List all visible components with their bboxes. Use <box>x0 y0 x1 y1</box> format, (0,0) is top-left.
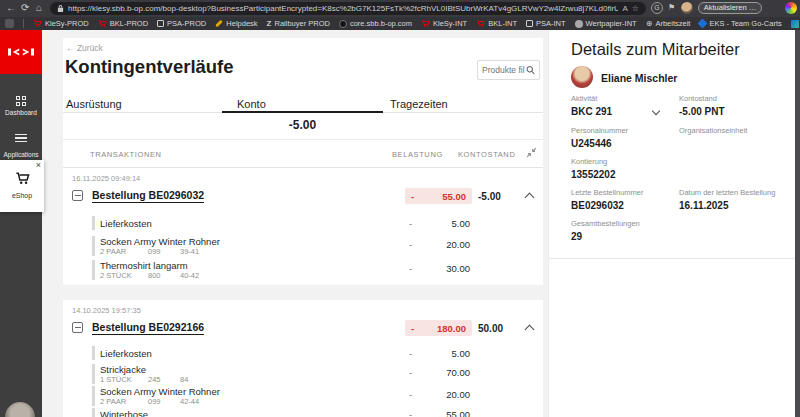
tab-ausruestung[interactable]: Ausrüstung <box>66 98 122 110</box>
browser-profile-avatar[interactable] <box>681 2 693 14</box>
item-name: Socken Army Winter Rohner <box>100 236 220 247</box>
aktivitaet-select[interactable]: BKC 291 <box>571 106 612 117</box>
bookmark-roadmap[interactable]: Roadmap b-op App... <box>791 19 800 28</box>
tab-tragezeiten[interactable]: Tragezeiten <box>390 98 448 110</box>
eshop-label: eShop <box>0 192 44 199</box>
order-link[interactable]: Bestellung BE0292166 <box>92 321 204 335</box>
amount-sign: - <box>409 348 412 359</box>
browser-refresh-icon[interactable]: ⟳ <box>21 1 29 15</box>
pinned-app-icon[interactable] <box>5 19 14 28</box>
item-name: Winterhose <box>100 409 148 417</box>
sidebar-item-applications[interactable]: Applications <box>0 130 42 158</box>
sidebar-user-avatar[interactable] <box>5 402 35 417</box>
col-belastung: BELASTUNG <box>392 150 443 159</box>
datum-letzte-bestellung-value: 16.11.2025 <box>679 200 729 211</box>
gesamtbestellungen-label: Gesamtbestellungen <box>571 219 640 228</box>
amount-value: 20.00 <box>415 389 470 400</box>
item-indent-bar <box>92 236 95 256</box>
bookmark-helpdesk[interactable]: Helpdesk <box>215 19 257 28</box>
sbb-logo[interactable] <box>0 30 42 74</box>
update-button[interactable]: Aktualisieren … <box>698 2 762 14</box>
collapse-order-icon[interactable] <box>72 190 83 201</box>
dark-circle-icon <box>339 20 347 28</box>
bookmark-label: PSA-PROD <box>167 19 206 28</box>
bookmark-label: Railbuyer PROD <box>274 19 329 28</box>
letter-z-icon: Z <box>267 19 272 28</box>
amount-sign: - <box>411 191 414 202</box>
aktivitaet-label: Aktivität <box>571 94 597 103</box>
details-card-bottom-border <box>549 258 796 259</box>
amount-value: 30.00 <box>415 263 470 274</box>
favorite-star-icon[interactable]: ☆ <box>632 4 639 13</box>
separator <box>23 19 24 28</box>
bookmark-label: KleSy-PROD <box>45 19 89 28</box>
bookmark-psa-prod[interactable]: PSA-PROD <box>157 19 206 28</box>
applications-icon <box>15 132 27 145</box>
bookmark-bkl-int[interactable]: BKL-INT <box>476 19 517 28</box>
globe-icon: ⊕ <box>646 19 653 28</box>
url-bar[interactable]: https://klesy.sbb.b-op.com/bop-desktop?B… <box>50 2 646 15</box>
item-name: Strickjacke <box>100 364 146 375</box>
collapse-all-icon[interactable] <box>526 147 537 158</box>
bookmark-klesy-int[interactable]: KleSy-INT <box>421 19 467 28</box>
square-icon <box>157 20 164 27</box>
kontostand-value: 50.00 <box>478 323 503 334</box>
search-icon[interactable] <box>526 65 535 75</box>
bookmark-label: Helpdesk <box>226 19 257 28</box>
item-indent-bar <box>92 216 95 230</box>
sidebar-tab-eshop[interactable]: × eShop <box>0 160 44 212</box>
item-name: Lieferkosten <box>100 218 152 229</box>
bookmarks-bar: KleSy-PROD BKL-PROD PSA-PROD Helpdesk ZR… <box>0 17 800 30</box>
sidebar-item-label: Applications <box>0 151 42 158</box>
bookmark-eks-gocarts[interactable]: EKS - Team Go-Carts <box>699 19 781 28</box>
kontostand-label: Kontostand <box>679 94 717 103</box>
divider <box>63 139 543 140</box>
sidebar-item-dashboard[interactable]: Dashboard <box>0 86 42 116</box>
collapse-order-icon[interactable] <box>72 322 83 333</box>
bookmark-arbeitszeit[interactable]: ⊕Arbeitszeit <box>646 19 691 28</box>
group-gap <box>63 285 543 300</box>
bookmark-psa-int[interactable]: PSA-INT <box>526 19 566 28</box>
browser-back-icon[interactable]: ← <box>6 1 16 15</box>
browser-home-icon[interactable]: ⌂ <box>36 1 42 15</box>
window-scrollbar-edge[interactable] <box>795 30 800 417</box>
belastung-badge: -55.00 <box>405 188 472 204</box>
bookmark-wertpapier-int[interactable]: Wertpapier-INT <box>575 19 637 28</box>
collections-icon[interactable]: G <box>651 2 663 14</box>
product-filter-input[interactable] <box>482 65 526 75</box>
bookmark-bkl-prod[interactable]: BKL-PROD <box>98 19 148 28</box>
back-label: Zurück <box>77 43 103 53</box>
amount-sign: - <box>409 367 412 378</box>
kontierung-label: Kontierung <box>571 157 607 166</box>
chevron-up-icon[interactable] <box>525 193 535 203</box>
employee-name: Eliane Mischler <box>601 72 677 84</box>
item-variant: 2 PAAR09942-44 <box>100 397 199 406</box>
details-title: Details zum Mitarbeiter <box>571 40 740 59</box>
amount-value: 180.00 <box>437 323 466 334</box>
col-kontostand: KONTOSTAND <box>458 150 515 159</box>
bookmark-railbuyer[interactable]: ZRailbuyer PROD <box>267 19 330 28</box>
dashboard-icon <box>16 96 26 106</box>
back-link[interactable]: ← Zurück <box>66 43 103 53</box>
bookmark-core-sbb[interactable]: core.sbb.b-op.com <box>339 19 412 28</box>
amount-sign: - <box>409 218 412 229</box>
flag-icon[interactable]: ⚑ <box>668 1 675 15</box>
order-link[interactable]: Bestellung BE0296032 <box>92 189 204 203</box>
url-text: https://klesy.sbb.b-op.com/bop-desktop?B… <box>68 4 618 13</box>
col-transaktionen: TRANSAKTIONEN <box>90 150 162 159</box>
close-icon[interactable]: × <box>36 160 41 170</box>
bookmark-klesy-prod[interactable]: KleSy-PROD <box>33 19 89 28</box>
tab-konto[interactable]: Konto <box>237 98 266 110</box>
item-indent-bar <box>92 386 95 406</box>
edge-copilot-icon[interactable] <box>785 2 797 14</box>
chevron-up-icon[interactable] <box>525 325 535 335</box>
people-icon <box>575 20 583 28</box>
read-aloud-icon[interactable]: A <box>622 4 627 13</box>
item-name: Socken Army Winter Rohner <box>100 386 220 397</box>
cart-icon <box>421 19 430 28</box>
amount-value: 20.00 <box>415 239 470 250</box>
cart-icon <box>98 19 107 28</box>
chevron-down-icon[interactable] <box>652 107 660 115</box>
personalnummer-label: Personalnummer <box>571 126 628 135</box>
bookmark-label: Arbeitszeit <box>655 19 690 28</box>
